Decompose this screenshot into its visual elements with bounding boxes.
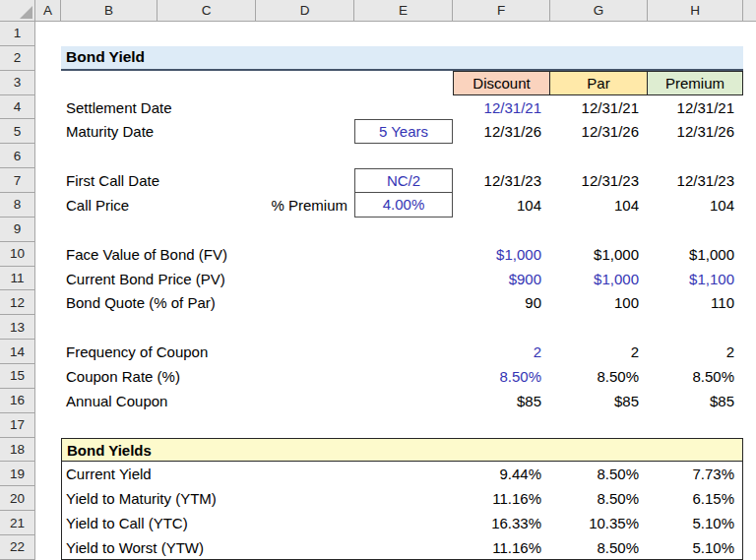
- cell-first-call-date-label[interactable]: First Call Date: [61, 168, 354, 193]
- cell-ytm-par[interactable]: 8.50%: [550, 486, 648, 511]
- cell-current-yield-par[interactable]: 8.50%: [550, 462, 648, 486]
- cell-ytm-label[interactable]: Yield to Maturity (YTM): [61, 486, 453, 511]
- cell-face-value-discount[interactable]: $1,000: [453, 242, 550, 267]
- cell-coupon-rate-discount[interactable]: 8.50%: [453, 364, 550, 389]
- cell-ytc-par[interactable]: 10.35%: [550, 511, 648, 535]
- cell-current-yield-premium[interactable]: 7.73%: [648, 462, 743, 486]
- cell-face-value-label[interactable]: Face Value of Bond (FV): [61, 242, 453, 267]
- case-header-premium[interactable]: Premium: [647, 71, 743, 95]
- column-header-f[interactable]: F: [453, 0, 550, 22]
- cell-annual-coupon-label[interactable]: Annual Coupon: [61, 389, 453, 413]
- row-header-5[interactable]: 5: [0, 119, 35, 144]
- select-all-triangle-icon: [20, 6, 32, 19]
- case-header-discount[interactable]: Discount: [453, 71, 550, 95]
- cell-settlement-date-par[interactable]: 12/31/21: [550, 95, 648, 120]
- row-header-16[interactable]: 16: [0, 389, 35, 413]
- row-header-3[interactable]: 3: [0, 71, 35, 95]
- select-all-corner[interactable]: [0, 0, 35, 22]
- column-header-e[interactable]: E: [354, 0, 453, 22]
- cell-maturity-date-premium[interactable]: 12/31/26: [648, 119, 743, 144]
- row-header-18[interactable]: 18: [0, 438, 35, 463]
- cell-maturity-date-label[interactable]: Maturity Date: [61, 119, 354, 144]
- row-header-12[interactable]: 12: [0, 290, 35, 315]
- cell-first-call-date-discount[interactable]: 12/31/23: [453, 168, 550, 193]
- cell-settlement-date-premium[interactable]: 12/31/21: [648, 95, 743, 120]
- cell-coupon-rate-label[interactable]: Coupon Rate (%): [61, 364, 453, 389]
- cell-ytc-label[interactable]: Yield to Call (YTC): [61, 511, 453, 535]
- cell-coupon-frequency-label[interactable]: Frequency of Coupon: [61, 340, 453, 364]
- row-header-1[interactable]: 1: [0, 22, 35, 46]
- row-header-14[interactable]: 14: [0, 340, 35, 364]
- cell-bond-price-par[interactable]: $1,000: [550, 267, 648, 291]
- cell-bond-price-discount[interactable]: $900: [453, 267, 550, 291]
- cell-maturity-date-par[interactable]: 12/31/26: [550, 119, 648, 144]
- row-header-15[interactable]: 15: [0, 364, 35, 389]
- yields-section-title[interactable]: Bond Yields: [61, 438, 743, 463]
- row-header-10[interactable]: 10: [0, 242, 35, 267]
- cell-call-price-discount[interactable]: 104: [453, 193, 550, 218]
- row-header-20[interactable]: 20: [0, 486, 35, 511]
- cell-ytm-premium[interactable]: 6.15%: [648, 486, 743, 511]
- column-header-partial: [743, 0, 756, 22]
- cell-bond-price-premium[interactable]: $1,100: [648, 267, 743, 291]
- cell-coupon-rate-premium[interactable]: 8.50%: [648, 364, 743, 389]
- row-header-2[interactable]: 2: [0, 46, 35, 71]
- cell-maturity-input[interactable]: 5 Years: [354, 119, 453, 144]
- cell-coupon-frequency-par[interactable]: 2: [550, 340, 648, 364]
- cell-settlement-date-discount[interactable]: 12/31/21: [453, 95, 550, 120]
- cell-call-price-premium[interactable]: 104: [648, 193, 743, 218]
- cell-ytc-premium[interactable]: 5.10%: [648, 511, 743, 535]
- row-header-7[interactable]: 7: [0, 168, 35, 193]
- cell-call-price-par[interactable]: 104: [550, 193, 648, 218]
- cell-current-yield-discount[interactable]: 9.44%: [453, 462, 550, 486]
- cell-annual-coupon-premium[interactable]: $85: [648, 389, 743, 413]
- cell-settlement-date-label[interactable]: Settlement Date: [61, 95, 453, 120]
- row-header-9[interactable]: 9: [0, 218, 35, 242]
- row-header-6[interactable]: 6: [0, 144, 35, 168]
- column-header-c[interactable]: C: [158, 0, 256, 22]
- sheet-title[interactable]: Bond Yield: [61, 46, 743, 71]
- cell-coupon-frequency-premium[interactable]: 2: [648, 340, 743, 364]
- row-header-22[interactable]: 22: [0, 535, 35, 560]
- cell-annual-coupon-par[interactable]: $85: [550, 389, 648, 413]
- cell-annual-coupon-discount[interactable]: $85: [453, 389, 550, 413]
- cell-ytw-discount[interactable]: 11.16%: [453, 535, 550, 560]
- cell-bond-quote-label[interactable]: Bond Quote (% of Par): [61, 290, 453, 315]
- cell-face-value-premium[interactable]: $1,000: [648, 242, 743, 267]
- row-header-19[interactable]: 19: [0, 462, 35, 486]
- column-header-a[interactable]: A: [35, 0, 61, 22]
- cell-bond-quote-premium[interactable]: 110: [648, 290, 743, 315]
- cell-ytc-discount[interactable]: 16.33%: [453, 511, 550, 535]
- cell-maturity-date-discount[interactable]: 12/31/26: [453, 119, 550, 144]
- column-header-b[interactable]: B: [61, 0, 158, 22]
- row-header-17[interactable]: 17: [0, 413, 35, 438]
- cell-ytm-discount[interactable]: 11.16%: [453, 486, 550, 511]
- column-header-d[interactable]: D: [256, 0, 354, 22]
- cell-call-premium-input[interactable]: 4.00%: [354, 192, 453, 218]
- cell-percent-premium-label[interactable]: % Premium: [256, 193, 354, 218]
- column-header-h[interactable]: H: [648, 0, 743, 22]
- cell-coupon-frequency-discount[interactable]: 2: [453, 340, 550, 364]
- cell-ytw-label[interactable]: Yield to Worst (YTW): [61, 535, 453, 560]
- cell-current-yield-label[interactable]: Current Yield: [61, 462, 453, 486]
- column-header-g[interactable]: G: [550, 0, 648, 22]
- case-header-par[interactable]: Par: [549, 71, 648, 95]
- cell-face-value-par[interactable]: $1,000: [550, 242, 648, 267]
- row-header-11[interactable]: 11: [0, 267, 35, 291]
- cell-bond-quote-discount[interactable]: 90: [453, 290, 550, 315]
- row-header-4[interactable]: 4: [0, 95, 35, 120]
- cell-call-price-label[interactable]: Call Price: [61, 193, 256, 218]
- row-header-13[interactable]: 13: [0, 315, 35, 340]
- cell-first-call-input[interactable]: NC/2: [354, 168, 453, 193]
- cell-ytw-premium[interactable]: 5.10%: [648, 535, 743, 560]
- spreadsheet: A B C D E F G H 1 2 3 4 5 6 7 8 9 10 11 …: [0, 0, 756, 560]
- row-header-8[interactable]: 8: [0, 193, 35, 218]
- cell-bond-price-label[interactable]: Current Bond Price (PV): [61, 267, 453, 291]
- cell-first-call-date-par[interactable]: 12/31/23: [550, 168, 648, 193]
- cell-bond-quote-par[interactable]: 100: [550, 290, 648, 315]
- cell-first-call-date-premium[interactable]: 12/31/23: [648, 168, 743, 193]
- row-header-21[interactable]: 21: [0, 511, 35, 535]
- cell-ytw-par[interactable]: 8.50%: [550, 535, 648, 560]
- cell-coupon-rate-par[interactable]: 8.50%: [550, 364, 648, 389]
